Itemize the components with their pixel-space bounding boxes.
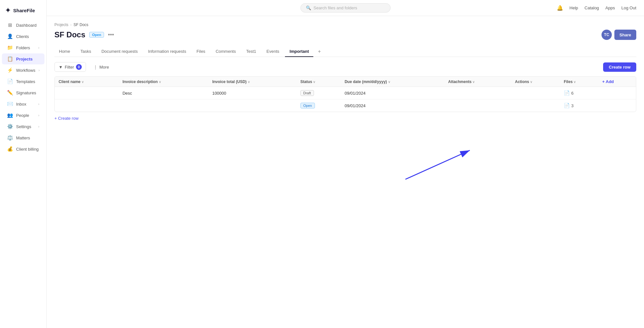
sidebar-item-clients[interactable]: 👤 Clients (2, 31, 44, 42)
sidebar-item-label: Signatures (16, 90, 36, 95)
breadcrumb: Projects › SF Docs (54, 23, 636, 27)
cell-add (598, 87, 636, 99)
table-row: Desc100000Draft09/01/2024📄6 (55, 87, 636, 99)
cell-actions (511, 87, 560, 99)
chevron-icon: › (38, 114, 39, 117)
content-area: Projects › SF Docs SF Docs Open ••• TC S… (47, 16, 644, 328)
tab-add-button[interactable]: + (315, 47, 324, 56)
status-badge: Draft (300, 90, 314, 96)
col-header-client_name[interactable]: Client name∨ (55, 77, 118, 87)
cell-due_date: 09/01/2024 (341, 87, 444, 99)
matters-icon: ⚖️ (7, 135, 13, 141)
cell-add (598, 99, 636, 112)
sidebar-item-workflows[interactable]: ⚡ Workflows › (2, 65, 44, 76)
tab-tasks[interactable]: Tasks (76, 46, 96, 57)
people-icon: 👥 (7, 112, 13, 118)
cell-due_date: 09/01/2024 (341, 99, 444, 112)
apps-link[interactable]: Apps (605, 5, 615, 10)
sort-icon: ∨ (472, 80, 475, 84)
tab-events[interactable]: Events (262, 46, 284, 57)
sidebar-item-label: People (16, 113, 29, 118)
cell-status: Open (297, 99, 341, 112)
col-header-attachments[interactable]: Attachments∨ (444, 77, 511, 87)
file-icon: 📄 (564, 90, 570, 96)
file-icon: 📄 (564, 103, 570, 108)
sidebar-item-label: Folders (16, 45, 30, 50)
sidebar-item-templates[interactable]: 📄 Templates (2, 76, 44, 87)
sidebar-item-projects[interactable]: 📋 Projects (2, 53, 44, 64)
add-column-label[interactable]: + Add (602, 79, 614, 84)
tab-document_requests[interactable]: Document requests (97, 46, 142, 57)
col-header-invoice_total[interactable]: Invoice total (USD)∨ (208, 77, 297, 87)
cell-invoice_total (208, 99, 297, 112)
search-bar[interactable]: 🔍 Search files and folders (300, 3, 391, 13)
share-button[interactable]: Share (614, 30, 636, 40)
files-count: 6 (571, 91, 573, 96)
sidebar-item-label: Templates (16, 79, 35, 84)
sidebar-item-inbox[interactable]: ✉️ Inbox › (2, 98, 44, 109)
more-icon: ⋮ (93, 65, 98, 70)
search-icon: 🔍 (306, 5, 311, 10)
tab-comments[interactable]: Comments (211, 46, 241, 57)
topbar-right: 🔔 Help Catalog Apps Log Out (557, 5, 636, 11)
sort-icon: ∨ (573, 80, 576, 84)
sidebar-item-folders[interactable]: 📁 Folders › (2, 42, 44, 53)
breadcrumb-parent[interactable]: Projects (54, 23, 68, 27)
sidebar-item-signatures[interactable]: ✏️ Signatures (2, 87, 44, 98)
chevron-icon: › (38, 125, 39, 128)
status-badge: Open (300, 103, 315, 108)
sidebar-item-people[interactable]: 👥 People › (2, 110, 44, 121)
more-options-icon[interactable]: ••• (108, 32, 114, 38)
sort-icon: ∨ (159, 80, 161, 84)
create-row-button[interactable]: Create row (603, 62, 636, 72)
col-header-status[interactable]: Status∨ (297, 77, 341, 87)
add-column-header[interactable]: + Add (598, 77, 636, 87)
settings-icon: ⚙️ (7, 124, 13, 129)
sidebar-item-label: Workflows (16, 68, 35, 73)
col-header-due_date[interactable]: Due date (mm/dd/yyyy)∨ (341, 77, 444, 87)
tab-information_requests[interactable]: Information requests (144, 46, 191, 57)
filter-icon: ▼ (59, 65, 63, 70)
signatures-icon: ✏️ (7, 90, 13, 96)
page-header-actions: TC Share (601, 30, 636, 40)
search-placeholder: Search files and folders (314, 5, 357, 10)
tab-home[interactable]: Home (54, 46, 75, 57)
app-name: ShareFile (13, 8, 35, 13)
tab-important[interactable]: Important (285, 46, 313, 57)
cell-files: 📄6 (560, 87, 598, 99)
logo-icon: ✦ (5, 6, 11, 14)
more-button[interactable]: ⋮ More (89, 63, 113, 71)
sidebar: ✦ ShareFile ⊞ Dashboard 👤 Clients 📁 Fold… (0, 0, 47, 328)
table-container: Client name∨Invoice description∨Invoice … (54, 76, 636, 123)
sort-icon: ∨ (81, 80, 84, 84)
client_billing-icon: 💰 (7, 146, 13, 152)
help-link[interactable]: Help (570, 5, 578, 10)
sidebar-item-settings[interactable]: ⚙️ Settings › (2, 121, 44, 132)
catalog-link[interactable]: Catalog (584, 5, 599, 10)
notification-bell-icon[interactable]: 🔔 (557, 5, 563, 11)
cell-invoice_total: 100000 (208, 87, 297, 99)
sidebar-item-matters[interactable]: ⚖️ Matters (2, 132, 44, 143)
tab-test1[interactable]: Test1 (242, 46, 260, 57)
files-cell: 📄6 (564, 90, 594, 96)
cell-invoice_desc (118, 99, 208, 112)
svg-line-1 (405, 150, 470, 179)
col-header-files[interactable]: Files∨ (560, 77, 598, 87)
logout-link[interactable]: Log Out (621, 5, 636, 10)
filter-button[interactable]: ▼ Filter 0 (54, 62, 86, 72)
topbar: 🔍 Search files and folders 🔔 Help Catalo… (47, 0, 644, 16)
col-header-invoice_desc[interactable]: Invoice description∨ (118, 77, 208, 87)
filter-label: Filter (65, 65, 74, 70)
annotation-arrow (393, 147, 489, 186)
page-title: SF Docs (54, 30, 85, 39)
cell-actions (511, 99, 560, 112)
inbox-icon: ✉️ (7, 101, 13, 107)
create-row-link[interactable]: + Create row (54, 113, 636, 123)
chevron-icon: › (38, 46, 39, 50)
col-header-actions[interactable]: Actions∨ (511, 77, 560, 87)
tab-files[interactable]: Files (192, 46, 210, 57)
sidebar-item-client_billing[interactable]: 💰 Client billing (2, 144, 44, 155)
sidebar-item-dashboard[interactable]: ⊞ Dashboard (2, 20, 44, 31)
avatar: TC (601, 30, 612, 40)
files-cell: 📄3 (564, 103, 594, 108)
